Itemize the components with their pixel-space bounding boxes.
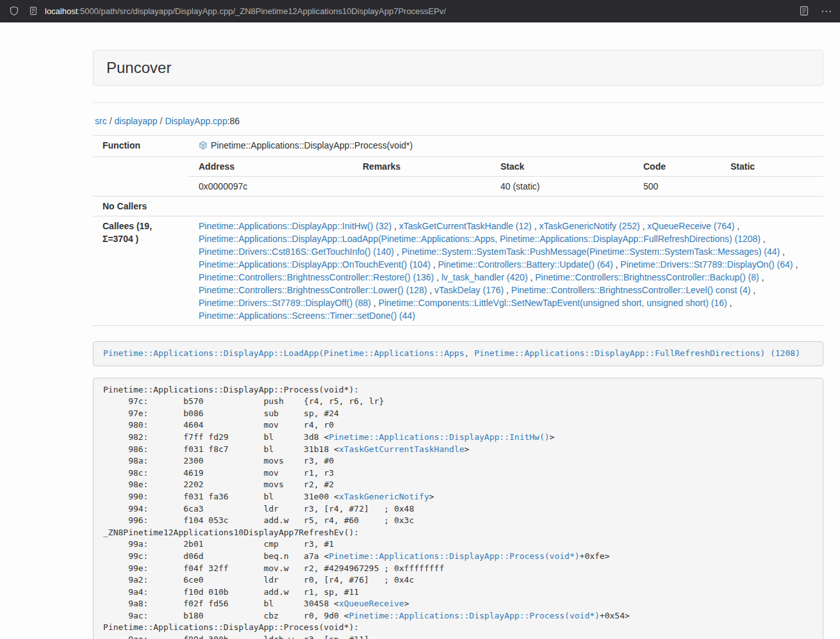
callee-separator: , [371, 298, 379, 308]
callee-separator: , [431, 259, 438, 270]
callee-link[interactable]: Pinetime::Controllers::BrightnessControl… [199, 285, 427, 295]
callee-separator: , [793, 259, 798, 270]
url-bar[interactable]: localhost:5000/path/src/displayapp/Displ… [27, 4, 791, 17]
no-callers-label: No Callers [93, 197, 189, 216]
callee-separator: , [613, 259, 621, 270]
toolbar-right: ⋯ [798, 4, 832, 17]
column-static: Static [721, 157, 823, 177]
url-text: localhost:5000/path/src/displayapp/Displ… [45, 6, 446, 16]
disassembly-symbol-link[interactable]: xTaskGenericNotify [339, 492, 429, 501]
column-code: Code [634, 157, 721, 177]
overflow-menu-icon[interactable]: ⋯ [821, 6, 832, 17]
remarks-value [353, 177, 491, 197]
function-row: Function Pinetime::Applications::Display… [93, 136, 823, 157]
breadcrumb-file-link[interactable]: DisplayApp.cpp [165, 116, 227, 126]
metrics-table: Address Remarks Stack Code Static 0x0000… [189, 157, 823, 196]
disassembly-symbol-link[interactable]: xTaskGetCurrentTaskHandle [339, 444, 465, 454]
column-address: Address [189, 157, 353, 177]
callee-link[interactable]: Pinetime::Applications::DisplayApp::Load… [199, 234, 761, 244]
callees-label: Callees (19, Σ=3704 ) [93, 216, 189, 326]
callee-link[interactable]: Pinetime::Components::LittleVgl::SetNewT… [379, 298, 727, 308]
callee-link[interactable]: xTaskGenericNotify (252) [539, 221, 639, 231]
callees-list: Pinetime::Applications::DisplayApp::Init… [199, 220, 814, 322]
callees-row: Callees (19, Σ=3704 ) Pinetime::Applicat… [93, 216, 823, 326]
metrics-row: Address Remarks Stack Code Static 0x0000… [93, 157, 823, 197]
callee-separator: , [761, 234, 766, 244]
symbol-cube-icon [199, 140, 208, 153]
callee-link[interactable]: xQueueReceive (764) [647, 221, 734, 231]
metrics-header-row: Address Remarks Stack Code Static [189, 157, 823, 177]
callee-link[interactable]: xTaskGetCurrentTaskHandle (12) [399, 221, 532, 231]
callee-link[interactable]: Pinetime::Applications::Screens::Timer::… [199, 311, 415, 321]
divider [93, 102, 823, 103]
breadcrumb-separator: / [160, 116, 163, 126]
disassembly-code: Pinetime::Applications::DisplayApp::Proc… [93, 378, 823, 639]
callee-link[interactable]: Pinetime::Applications::DisplayApp::Init… [199, 221, 391, 231]
callee-link[interactable]: Pinetime::Applications::DisplayApp::OnTo… [199, 259, 431, 270]
disassembly-symbol-link[interactable]: xQueueReceive [339, 599, 404, 608]
disassembly-symbol-link[interactable]: Pinetime::Applications::DisplayApp::Proc… [329, 551, 579, 561]
callee-separator: , [528, 272, 536, 282]
column-stack: Stack [491, 157, 634, 177]
url-host: localhost [45, 6, 78, 16]
disassembly-symbol-link[interactable]: Pinetime::Applications::DisplayApp::Init… [329, 432, 549, 442]
callee-link[interactable]: Pinetime::Drivers::Cst816S::GetTouchInfo… [199, 247, 394, 257]
browser-chrome: localhost:5000/path/src/displayapp/Displ… [0, 0, 840, 22]
breadcrumb-separator: / [110, 116, 112, 126]
reader-view-icon[interactable] [798, 4, 811, 17]
callee-separator: , [427, 285, 434, 295]
callee-separator: , [734, 221, 739, 231]
breadcrumb-displayapp-link[interactable]: displayapp [115, 116, 158, 126]
callee-separator: , [434, 272, 441, 282]
function-label: Function [93, 136, 189, 157]
column-remarks: Remarks [353, 157, 491, 177]
callee-separator: , [727, 298, 732, 308]
callee-separator: , [750, 285, 755, 295]
address-value: 0x0000097c [189, 177, 353, 197]
breadcrumb: src/displayapp/DisplayApp.cpp:86 [95, 116, 823, 126]
callee-link[interactable]: Pinetime::Controllers::BrightnessControl… [199, 272, 434, 282]
callee-separator: , [504, 285, 511, 295]
page-container: Puncover src/displayapp/DisplayApp.cpp:8… [93, 50, 823, 639]
page-info-icon[interactable] [27, 4, 40, 17]
callee-separator: , [759, 272, 764, 282]
callee-link[interactable]: Pinetime::Drivers::St7789::DisplayOn() (… [620, 259, 793, 270]
breadcrumb-src-link[interactable]: src [95, 116, 107, 126]
function-name: Pinetime::Applications::DisplayApp::Proc… [211, 140, 413, 150]
breadcrumb-line-number: :86 [227, 116, 240, 126]
shield-icon[interactable] [8, 4, 21, 17]
callee-link[interactable]: lv_task_handler (420) [441, 272, 528, 282]
callee-link[interactable]: Pinetime::Controllers::Battery::Update()… [438, 259, 613, 270]
callee-separator: , [532, 221, 539, 231]
callee-separator: , [394, 247, 402, 257]
url-path: :5000/path/src/displayapp/DisplayApp.cpp… [78, 6, 446, 16]
callee-separator: , [391, 221, 399, 231]
no-callers-row: No Callers [93, 197, 823, 216]
stack-value: 40 (static) [491, 177, 634, 197]
callee-separator: , [780, 247, 785, 257]
code-value: 500 [634, 177, 721, 197]
callee-separator: , [640, 221, 648, 231]
app-header: Puncover [93, 50, 823, 86]
function-table: Function Pinetime::Applications::Display… [93, 135, 823, 326]
callee-link[interactable]: Pinetime::System::SystemTask::PushMessag… [402, 247, 780, 257]
callee-link[interactable]: Pinetime::Drivers::St7789::DisplayOff() … [199, 298, 371, 308]
callee-link[interactable]: Pinetime::Controllers::BrightnessControl… [535, 272, 759, 282]
page-title: Puncover [106, 59, 810, 77]
callee-link[interactable]: Pinetime::Controllers::BrightnessControl… [511, 285, 750, 295]
disassembly-symbol-link[interactable]: Pinetime::Applications::DisplayApp::Proc… [349, 611, 600, 620]
highlighted-symbol-link[interactable]: Pinetime::Applications::DisplayApp::Load… [103, 348, 800, 358]
static-value [721, 177, 823, 197]
callee-link[interactable]: vTaskDelay (176) [434, 285, 504, 295]
highlighted-symbol-box: Pinetime::Applications::DisplayApp::Load… [93, 341, 823, 366]
metrics-value-row: 0x0000097c 40 (static) 500 [189, 177, 823, 197]
